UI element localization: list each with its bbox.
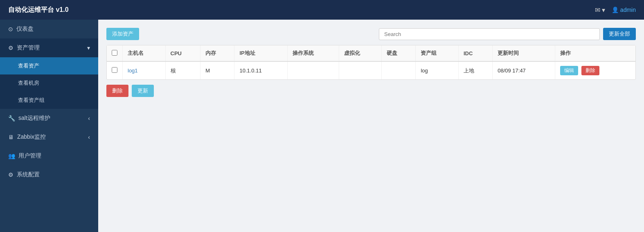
col-os: 操作系统 xyxy=(287,45,339,61)
zabbix-icon: 🖥 xyxy=(8,134,14,140)
col-cpu: CPU xyxy=(165,45,200,61)
col-ip: IP地址 xyxy=(234,45,287,61)
app-title: 自动化运维平台 v1.0 xyxy=(8,6,69,14)
sidebar-item-label: 用户管理 xyxy=(18,152,41,160)
asset-mgmt-submenu: 查看资产 查看机房 查看资产组 xyxy=(0,57,98,109)
row-disk xyxy=(382,61,416,79)
select-all-checkbox[interactable] xyxy=(112,50,117,56)
add-asset-button[interactable]: 添加资产 xyxy=(106,28,139,40)
sidebar-item-salt-remote[interactable]: 🔧 salt远程维护 ‹ xyxy=(0,109,98,128)
system-config-icon: ⚙ xyxy=(8,171,14,178)
asset-mgmt-icon: ⚙ xyxy=(8,45,14,51)
mail-icon[interactable]: ✉ ▾ xyxy=(595,6,605,14)
row-idc: 上地 xyxy=(458,61,492,79)
salt-icon: 🔧 xyxy=(8,115,15,122)
chevron-down-icon: ▾ xyxy=(87,45,90,51)
sidebar-item-asset-mgmt[interactable]: ⚙ 资产管理 ▾ xyxy=(0,38,98,57)
row-checkbox-0[interactable] xyxy=(112,67,117,73)
sidebar-item-system-config[interactable]: ⚙ 系统配置 xyxy=(0,165,98,184)
col-update-time: 更新时间 xyxy=(493,45,555,61)
search-input[interactable] xyxy=(379,28,600,40)
row-hostname: log1 xyxy=(123,61,166,79)
bottom-toolbar: 删除 更新 xyxy=(106,85,636,97)
table-body: log1 核 M 10.1.0.11 log 上地 08/09 17:47 编辑… xyxy=(107,61,635,79)
row-delete-button-0[interactable]: 删除 xyxy=(581,66,599,75)
col-memory: 内存 xyxy=(200,45,234,61)
sidebar: ⊙ 仪表盘 ⚙ 资产管理 ▾ 查看资产 查看机房 查看资产组 xyxy=(0,20,98,232)
sidebar-item-label: 仪表盘 xyxy=(16,25,34,33)
col-action: 操作 xyxy=(555,45,635,61)
user-mgmt-icon: 👥 xyxy=(8,153,15,159)
admin-label: admin xyxy=(620,7,636,13)
edit-button-0[interactable]: 编辑 xyxy=(560,66,578,75)
col-disk: 硬盘 xyxy=(382,45,416,61)
sidebar-item-dashboard[interactable]: ⊙ 仪表盘 xyxy=(0,20,98,38)
row-os xyxy=(287,61,339,79)
asset-table-container: 主机名 CPU 内存 IP地址 操作系统 虚拟化 硬盘 资产组 IDC 更新时间… xyxy=(106,45,636,80)
sidebar-item-zabbix[interactable]: 🖥 Zabbix监控 ‹ xyxy=(0,128,98,146)
sidebar-item-label: salt远程维护 xyxy=(18,115,50,122)
nav-right: ✉ ▾ 👤 admin xyxy=(595,6,636,14)
chevron-left-icon-2: ‹ xyxy=(88,134,90,140)
row-ip: 10.1.0.11 xyxy=(234,61,287,79)
toolbar: 添加资产 更新全部 xyxy=(106,28,636,40)
top-nav: 自动化运维平台 v1.0 ✉ ▾ 👤 admin xyxy=(0,0,644,20)
main-content: 添加资产 更新全部 主机名 CPU 内存 IP地址 xyxy=(98,20,644,232)
asset-table: 主机名 CPU 内存 IP地址 操作系统 虚拟化 硬盘 资产组 IDC 更新时间… xyxy=(107,45,635,79)
col-virtual: 虚拟化 xyxy=(339,45,382,61)
sidebar-item-label: 资产管理 xyxy=(17,44,40,52)
toolbar-right: 更新全部 xyxy=(379,28,636,40)
sidebar-item-view-datacenter[interactable]: 查看机房 xyxy=(0,74,98,92)
batch-delete-button[interactable]: 删除 xyxy=(106,85,128,97)
col-hostname: 主机名 xyxy=(123,45,166,61)
batch-update-button[interactable]: 更新 xyxy=(132,85,154,97)
sidebar-item-user-mgmt[interactable]: 👥 用户管理 xyxy=(0,146,98,165)
chevron-left-icon: ‹ xyxy=(88,115,90,122)
row-actions: 编辑 删除 xyxy=(555,61,635,79)
row-checkbox-cell xyxy=(107,61,123,79)
row-update-time: 08/09 17:47 xyxy=(493,61,555,79)
row-cpu: 核 xyxy=(165,61,200,79)
sidebar-item-view-asset-group[interactable]: 查看资产组 xyxy=(0,92,98,109)
sidebar-item-label: Zabbix监控 xyxy=(17,133,46,141)
toolbar-left: 添加资产 xyxy=(106,28,139,40)
row-memory: M xyxy=(200,61,234,79)
col-idc: IDC xyxy=(458,45,492,61)
header-checkbox-cell xyxy=(107,45,123,61)
user-icon: 👤 xyxy=(612,7,619,13)
update-all-button[interactable]: 更新全部 xyxy=(603,28,636,40)
table-header-row: 主机名 CPU 内存 IP地址 操作系统 虚拟化 硬盘 资产组 IDC 更新时间… xyxy=(107,45,635,61)
layout: ⊙ 仪表盘 ⚙ 资产管理 ▾ 查看资产 查看机房 查看资产组 xyxy=(0,20,644,232)
sidebar-item-label: 系统配置 xyxy=(17,171,40,178)
table-row: log1 核 M 10.1.0.11 log 上地 08/09 17:47 编辑… xyxy=(107,61,635,79)
dashboard-icon: ⊙ xyxy=(8,26,13,32)
hostname-link[interactable]: log1 xyxy=(128,68,138,74)
sidebar-item-view-assets[interactable]: 查看资产 xyxy=(0,57,98,74)
row-virtual xyxy=(339,61,382,79)
user-info[interactable]: 👤 admin xyxy=(612,7,636,13)
row-asset-group: log xyxy=(416,61,459,79)
col-asset-group: 资产组 xyxy=(416,45,459,61)
